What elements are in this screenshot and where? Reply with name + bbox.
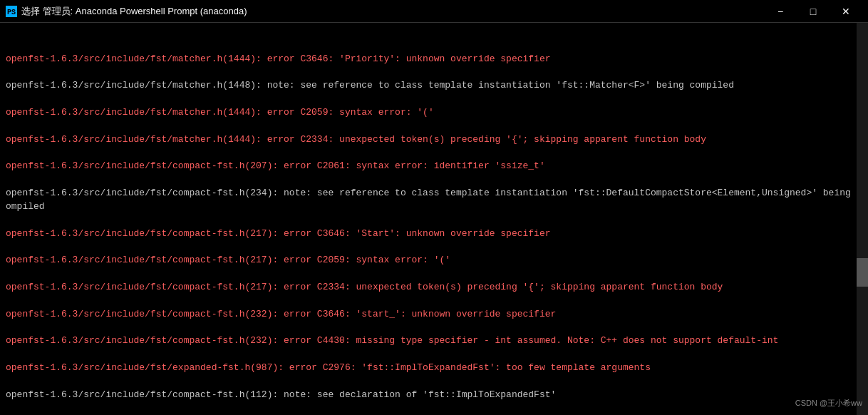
terminal-output: openfst-1.6.3/src/include/fst/matcher.h(… <box>0 23 868 415</box>
app-icon: PS <box>6 6 17 17</box>
terminal-line: openfst-1.6.3/src/include/fst/compact-fs… <box>6 389 862 402</box>
title-bar-left: PS 选择 管理员: Anaconda Powershell Prompt (a… <box>6 5 247 18</box>
terminal-line: openfst-1.6.3/src/include/fst/compact-fs… <box>6 254 862 267</box>
scrollbar[interactable] <box>857 23 868 415</box>
terminal-line: openfst-1.6.3/src/include/fst/matcher.h(… <box>6 133 862 147</box>
close-button[interactable]: ✕ <box>830 0 862 23</box>
terminal-line: openfst-1.6.3/src/include/fst/compact-fs… <box>6 281 862 294</box>
terminal-line: openfst-1.6.3/src/include/fst/matcher.h(… <box>6 53 862 66</box>
window-controls: − □ ✕ <box>764 0 862 23</box>
minimize-button[interactable]: − <box>764 0 797 23</box>
scrollbar-thumb[interactable] <box>857 258 868 287</box>
title-bar: PS 选择 管理员: Anaconda Powershell Prompt (a… <box>0 0 868 23</box>
terminal-line: openfst-1.6.3/src/include/fst/compact-fs… <box>6 187 862 214</box>
terminal-line: openfst-1.6.3/src/include/fst/compact-fs… <box>6 227 862 241</box>
window: PS 选择 管理员: Anaconda Powershell Prompt (a… <box>0 0 868 415</box>
terminal-line: openfst-1.6.3/src/include/fst/matcher.h(… <box>6 79 862 93</box>
maximize-button[interactable]: □ <box>797 0 830 23</box>
terminal-line: openfst-1.6.3/src/include/fst/compact-fs… <box>6 160 862 173</box>
terminal-line: openfst-1.6.3/src/include/fst/compact-fs… <box>6 334 862 348</box>
watermark: CSDN @王小希ww <box>795 398 862 409</box>
window-title: 选择 管理员: Anaconda Powershell Prompt (anac… <box>21 5 247 18</box>
terminal-line: openfst-1.6.3/src/include/fst/matcher.h(… <box>6 106 862 120</box>
svg-text:PS: PS <box>7 9 16 16</box>
terminal-line: openfst-1.6.3/src/include/fst/expanded-f… <box>6 362 862 375</box>
terminal-line: openfst-1.6.3/src/include/fst/compact-fs… <box>6 308 862 322</box>
